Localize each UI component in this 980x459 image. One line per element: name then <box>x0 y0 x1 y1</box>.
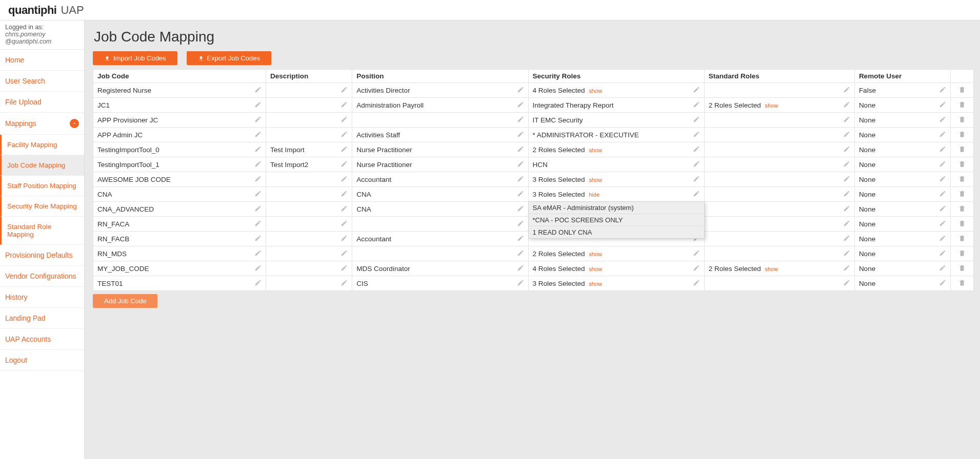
sidebar-item-file-upload[interactable]: File Upload <box>0 92 84 113</box>
pencil-icon[interactable] <box>341 86 348 95</box>
sidebar-item-provisioning-defaults[interactable]: Provisioning Defaults <box>0 245 84 266</box>
pencil-icon[interactable] <box>843 86 850 95</box>
pencil-icon[interactable] <box>939 264 946 273</box>
pencil-icon[interactable] <box>693 131 700 139</box>
pencil-icon[interactable] <box>254 131 262 139</box>
sidebar-item-landing-pad[interactable]: Landing Pad <box>0 308 84 329</box>
toggle-roles-link[interactable]: show <box>589 177 602 183</box>
pencil-icon[interactable] <box>939 279 946 288</box>
pencil-icon[interactable] <box>341 190 348 199</box>
pencil-icon[interactable] <box>517 264 524 273</box>
pencil-icon[interactable] <box>693 279 700 288</box>
pencil-icon[interactable] <box>341 249 348 258</box>
pencil-icon[interactable] <box>939 249 946 258</box>
toggle-roles-link[interactable]: show <box>589 281 602 287</box>
pencil-icon[interactable] <box>341 279 348 288</box>
pencil-icon[interactable] <box>517 116 524 124</box>
sidebar-sub-security-role-mapping[interactable]: Security Role Mapping <box>0 196 84 217</box>
pencil-icon[interactable] <box>341 145 348 154</box>
toggle-roles-link[interactable]: show <box>589 251 602 257</box>
pencil-icon[interactable] <box>254 116 262 124</box>
pencil-icon[interactable] <box>843 249 850 258</box>
pencil-icon[interactable] <box>939 101 946 110</box>
pencil-icon[interactable] <box>254 235 262 243</box>
pencil-icon[interactable] <box>254 190 262 199</box>
pencil-icon[interactable] <box>939 175 946 184</box>
sidebar-item-mappings[interactable]: Mappings <box>0 113 84 135</box>
pencil-icon[interactable] <box>693 160 700 169</box>
pencil-icon[interactable] <box>939 235 946 243</box>
pencil-icon[interactable] <box>341 116 348 124</box>
trash-icon[interactable] <box>955 190 969 199</box>
pencil-icon[interactable] <box>843 279 850 288</box>
pencil-icon[interactable] <box>341 220 348 228</box>
pencil-icon[interactable] <box>517 175 524 184</box>
add-job-code-button[interactable]: Add Job Code <box>93 294 157 308</box>
pencil-icon[interactable] <box>254 264 262 273</box>
pencil-icon[interactable] <box>254 249 262 258</box>
pencil-icon[interactable] <box>693 190 700 199</box>
toggle-roles-link[interactable]: show <box>589 147 602 153</box>
pencil-icon[interactable] <box>693 145 700 154</box>
pencil-icon[interactable] <box>517 101 524 110</box>
sidebar-sub-standard-role-mapping[interactable]: Standard Role Mapping <box>0 217 84 245</box>
toggle-roles-link[interactable]: show <box>765 102 778 109</box>
sidebar-item-user-search[interactable]: User Search <box>0 71 84 92</box>
export-button[interactable]: Export Job Codes <box>187 51 271 65</box>
pencil-icon[interactable] <box>843 220 850 228</box>
trash-icon[interactable] <box>955 131 969 139</box>
pencil-icon[interactable] <box>939 205 946 214</box>
pencil-icon[interactable] <box>517 220 524 228</box>
trash-icon[interactable] <box>955 160 969 169</box>
pencil-icon[interactable] <box>254 220 262 228</box>
pencil-icon[interactable] <box>939 116 946 124</box>
trash-icon[interactable] <box>955 249 969 258</box>
pencil-icon[interactable] <box>254 160 262 169</box>
pencil-icon[interactable] <box>517 235 524 243</box>
pencil-icon[interactable] <box>254 205 262 214</box>
toggle-roles-link[interactable]: hide <box>589 192 599 198</box>
pencil-icon[interactable] <box>843 205 850 214</box>
pencil-icon[interactable] <box>341 101 348 110</box>
pencil-icon[interactable] <box>693 86 700 95</box>
sidebar-sub-job-code-mapping[interactable]: Job Code Mapping <box>0 155 84 176</box>
pencil-icon[interactable] <box>254 279 262 288</box>
pencil-icon[interactable] <box>517 279 524 288</box>
sidebar-item-home[interactable]: Home <box>0 50 84 71</box>
pencil-icon[interactable] <box>843 116 850 124</box>
pencil-icon[interactable] <box>939 190 946 199</box>
pencil-icon[interactable] <box>517 160 524 169</box>
sidebar-sub-facility-mapping[interactable]: Facility Mapping <box>0 135 84 155</box>
toggle-roles-link[interactable]: show <box>589 88 602 94</box>
pencil-icon[interactable] <box>341 205 348 214</box>
trash-icon[interactable] <box>955 205 969 214</box>
sidebar-item-logout[interactable]: Logout <box>0 350 84 371</box>
pencil-icon[interactable] <box>843 101 850 110</box>
sidebar-item-uap-accounts[interactable]: UAP Accounts <box>0 329 84 350</box>
trash-icon[interactable] <box>955 101 969 110</box>
pencil-icon[interactable] <box>341 160 348 169</box>
pencil-icon[interactable] <box>693 116 700 124</box>
toggle-roles-link[interactable]: show <box>765 266 778 272</box>
trash-icon[interactable] <box>955 86 969 95</box>
trash-icon[interactable] <box>955 175 969 184</box>
pencil-icon[interactable] <box>843 264 850 273</box>
pencil-icon[interactable] <box>939 145 946 154</box>
trash-icon[interactable] <box>955 220 969 228</box>
pencil-icon[interactable] <box>939 131 946 139</box>
pencil-icon[interactable] <box>517 145 524 154</box>
pencil-icon[interactable] <box>254 175 262 184</box>
pencil-icon[interactable] <box>939 86 946 95</box>
sidebar-item-history[interactable]: History <box>0 287 84 308</box>
pencil-icon[interactable] <box>843 235 850 243</box>
pencil-icon[interactable] <box>693 101 700 110</box>
pencil-icon[interactable] <box>693 249 700 258</box>
pencil-icon[interactable] <box>517 249 524 258</box>
pencil-icon[interactable] <box>939 160 946 169</box>
pencil-icon[interactable] <box>843 190 850 199</box>
pencil-icon[interactable] <box>517 205 524 214</box>
pencil-icon[interactable] <box>517 190 524 199</box>
pencil-icon[interactable] <box>254 101 262 110</box>
pencil-icon[interactable] <box>341 235 348 243</box>
trash-icon[interactable] <box>955 116 969 124</box>
